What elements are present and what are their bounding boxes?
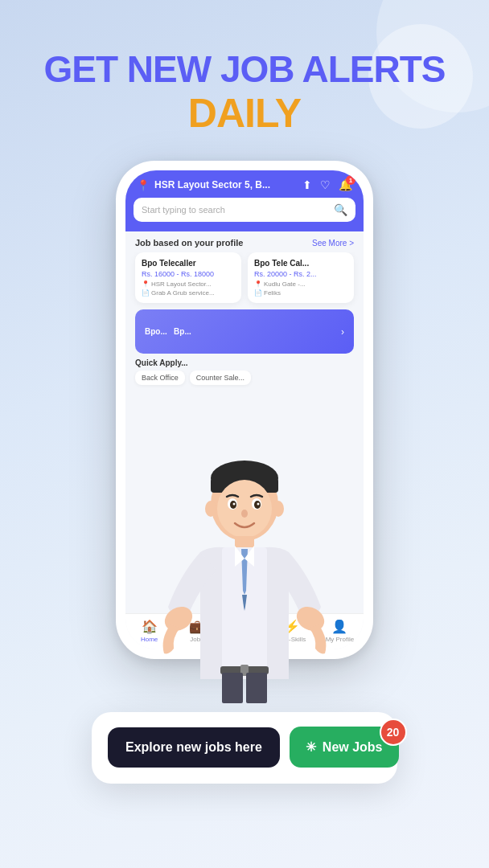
job-title-1: Bpo Telecaller	[142, 259, 235, 268]
job-title-2: Bpo Tele Cal...	[254, 259, 347, 268]
quick-apply-label: Quick Apply...	[135, 358, 188, 367]
search-placeholder: Start typing to search	[142, 205, 334, 215]
location-bar: 📍 HSR Layout Sector 5, B... ⬆ ♡ 🔔	[125, 170, 364, 198]
svg-point-3	[217, 480, 272, 538]
jobs-section-title: Job based on your profile	[135, 238, 243, 248]
character-figure	[132, 438, 357, 711]
job-card-1[interactable]: Bpo Telecaller Rs. 16000 - Rs. 18000 📍 H…	[135, 252, 241, 303]
star-icon: ✳	[306, 739, 316, 755]
headline-line1: GET NEW JOB ALERTS	[24, 48, 465, 91]
promo-banner[interactable]: Bpo... Bp... ›	[135, 309, 354, 354]
location-pin-icon: 📍	[137, 179, 150, 191]
svg-point-9	[257, 503, 260, 506]
new-jobs-label: New Jobs	[323, 740, 383, 755]
share-icon[interactable]: ⬆	[302, 178, 312, 191]
notification-icon[interactable]: 🔔	[339, 178, 352, 191]
location-icon-2: 📍	[254, 280, 262, 288]
svg-point-10	[241, 510, 248, 518]
search-section: Start typing to search 🔍	[125, 198, 364, 231]
job-location-1: 📍 HSR Layout Sector...	[142, 280, 235, 288]
new-jobs-button-wrap: 20 ✳ New Jobs	[290, 727, 399, 768]
banner-chevron-icon: ›	[341, 326, 344, 338]
banner-text: Bpo... Bp...	[145, 327, 191, 336]
job-location-2: 📍 Kudlu Gate -...	[254, 280, 347, 288]
heart-icon[interactable]: ♡	[320, 178, 331, 191]
cta-card: Explore new jobs here 20 ✳ New Jobs	[92, 712, 397, 784]
location-text: HSR Layout Sector 5, B...	[154, 179, 298, 190]
new-jobs-count-badge: 20	[380, 719, 407, 746]
company-icon-1: 📄	[142, 289, 150, 297]
jobs-section-header: Job based on your profile See More >	[125, 231, 364, 252]
company-icon-2: 📄	[254, 289, 262, 297]
explore-jobs-button[interactable]: Explore new jobs here	[108, 727, 280, 768]
category-pill-countersale[interactable]: Counter Sale...	[190, 371, 251, 385]
job-card-2[interactable]: Bpo Tele Cal... Rs. 20000 - Rs. 2... 📍 K…	[248, 252, 354, 303]
svg-point-11	[205, 501, 216, 517]
headline-section: GET NEW JOB ALERTS DAILY	[0, 48, 489, 137]
svg-rect-24	[246, 673, 267, 703]
svg-point-12	[273, 501, 284, 517]
category-row: Back Office Counter Sale...	[125, 371, 364, 390]
category-pill-backoffice[interactable]: Back Office	[135, 371, 185, 385]
search-input-wrap[interactable]: Start typing to search 🔍	[134, 198, 355, 222]
headline-line2: DAILY	[24, 91, 465, 137]
search-icon[interactable]: 🔍	[334, 203, 347, 216]
svg-rect-23	[222, 673, 243, 703]
character-svg	[140, 446, 349, 703]
location-action-icons: ⬆ ♡ 🔔	[302, 178, 352, 191]
headline-highlight: NEW JOB ALERTS	[127, 48, 446, 90]
see-more-link[interactable]: See More >	[312, 239, 354, 248]
location-icon-1: 📍	[142, 280, 150, 288]
job-company-2: 📄 Feliks	[254, 289, 347, 297]
headline-prefix: GET	[43, 48, 126, 90]
job-cards-row: Bpo Telecaller Rs. 16000 - Rs. 18000 📍 H…	[125, 252, 364, 309]
quick-apply-section: Quick Apply...	[125, 354, 364, 371]
job-company-1: 📄 Grab A Grub service...	[142, 289, 235, 297]
job-salary-1: Rs. 16000 - Rs. 18000	[142, 270, 235, 278]
svg-point-8	[233, 503, 236, 506]
job-salary-2: Rs. 20000 - Rs. 2...	[254, 270, 347, 278]
